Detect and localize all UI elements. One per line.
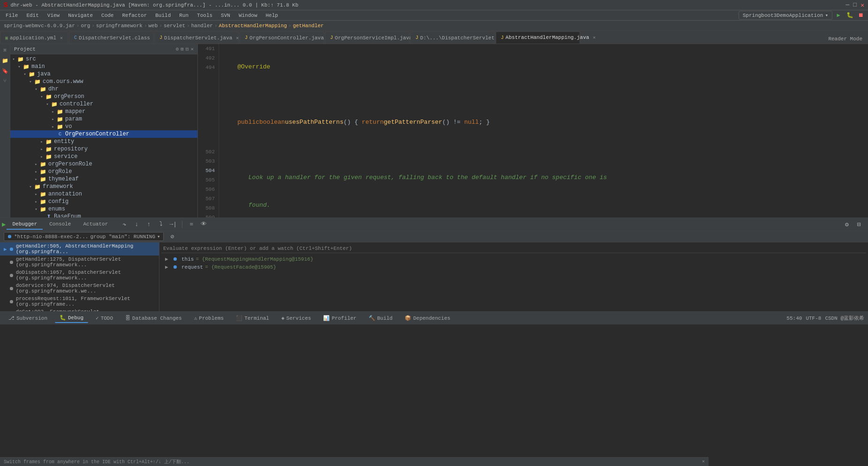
tree-item-controller[interactable]: ▾📁controller [10,100,197,108]
tree-item-repository[interactable]: ▸📁repository [10,145,197,153]
stack-frame-3[interactable]: ▶ ⏺ doService:974, DispatcherServlet (or… [0,282,159,295]
tab-org-person-controller[interactable]: J OrgPersonController.java ✕ [240,31,324,44]
filter-threads-btn[interactable]: ⊘ [167,232,178,241]
debug-watch[interactable]: 👁 [198,220,209,229]
tree-item-framework[interactable]: ▾📁framework [10,183,197,190]
debug-tab-actuator[interactable]: Actuator [77,219,113,230]
run-config[interactable]: Springboot3DemoApplication ▾ [739,11,832,20]
tree-item-entity[interactable]: ▸📁entity [10,138,197,145]
debug-step-into[interactable]: ↓ [131,220,142,229]
bottom-tab-dependencies[interactable]: 📦 Dependencies [400,314,455,323]
project-icon[interactable]: 📁 [1,56,9,65]
tree-item-OrgPersonController[interactable]: COrgPersonController [10,130,197,138]
tab-abstract-handler-mapping[interactable]: J AbstractHandlerMapping.java ✕ [496,31,580,44]
debug-run-icon[interactable]: ▶ [2,220,6,228]
stack-frame-2[interactable]: ▶ ⏺ doDispatch:1057, DispatcherServlet (… [0,269,159,282]
sidebar-settings-icon[interactable]: ⚙ [176,46,179,52]
bottom-tab-terminal[interactable]: ⬛ Terminal [231,314,274,323]
breadcrumb-org[interactable]: org [81,23,90,29]
stack-frame-5[interactable]: ▶ ⏺ doGet:903, FrameworkServlet (org.spr… [0,308,159,311]
tree-item-param[interactable]: ▸📁param [10,115,197,123]
breadcrumb-spring[interactable]: spring-webmvc-6.0.9.jar [4,23,75,29]
tree-item-com.ours.www[interactable]: ▾📁com.ours.www [10,78,197,85]
menu-run[interactable]: Run [175,12,192,19]
thread-indicator[interactable]: ⏺ *http-nio-8888-exec-2... group "main":… [4,232,164,241]
git-icon[interactable]: ⑂ [1,77,9,85]
tree-item-enums[interactable]: ▾📁enums [10,205,197,213]
bottom-tab-subversion[interactable]: ⎇ Subversion [4,314,52,323]
tree-item-vo[interactable]: ▸📁vo [10,123,197,130]
menu-refactor[interactable]: Refactor [118,12,151,19]
breadcrumb-springframework[interactable]: springframework [96,23,143,29]
tree-item-java[interactable]: ▾📁java [10,70,197,78]
menu-help[interactable]: Help [262,12,282,19]
tree-item-orgRole[interactable]: ▸📁orgRole [10,168,197,175]
debug-step-into2[interactable]: ⤵ [156,220,166,229]
menu-window[interactable]: Window [235,12,261,19]
tree-item-main[interactable]: ▾📁main [10,63,197,70]
debug-tab-console[interactable]: Console [44,219,76,230]
stop-run-btn[interactable]: ⏹ [856,10,866,21]
debug-layout-icon[interactable]: ⊟ [854,220,864,229]
debug-run-btn[interactable]: 🐛 [845,10,855,21]
tree-item-orgPersonRole[interactable]: ▸📁orgPersonRole [10,160,197,168]
menu-tools[interactable]: Tools [193,12,216,19]
tab-org-person-service[interactable]: J OrgPersonServiceImpl.java ✕ [325,31,409,44]
menu-edit[interactable]: Edit [23,12,42,19]
breadcrumb-handler[interactable]: handler [191,23,213,29]
stack-frame-4[interactable]: ▶ ⏺ processRequest:1011, FrameworkServle… [0,295,159,308]
bottom-tab-todo[interactable]: ✓ TODO [91,314,118,323]
sidebar-collapse-icon[interactable]: ⊟ [186,46,189,52]
stack-frame-0[interactable]: ▶ ⏺ getHandler:505, AbstractHandlerMappi… [0,242,159,256]
breadcrumb-servlet[interactable]: servlet [164,23,185,29]
menu-view[interactable]: View [44,12,63,19]
tree-item-mapper[interactable]: ▸📁mapper [10,108,197,115]
sidebar-close-icon[interactable]: ✕ [190,46,194,52]
debug-step-over[interactable]: ↷ [119,220,129,229]
tree-item-annotation[interactable]: ▸📁annotation [10,190,197,198]
debug-tab-debugger[interactable]: Debugger [7,219,43,230]
menu-svn[interactable]: SVN [217,12,234,19]
tab-dispatcher-servlet-java2[interactable]: J D:\...\DispatcherServlet.java ✕ [410,31,495,44]
tab-close-ahm[interactable]: ✕ [593,35,596,40]
code-editor[interactable]: 491 492 494 502 503 504 505 506 507 508 … [198,44,868,218]
menu-file[interactable]: File [2,12,22,19]
breadcrumb-web[interactable]: web [149,23,158,29]
debug-run-to-cursor[interactable]: →| [168,220,178,229]
tab-close-yml[interactable]: ✕ [60,35,63,41]
debug-settings-icon[interactable]: ⚙ [842,220,852,229]
bottom-tab-services[interactable]: ◈ Services [277,314,316,323]
tab-dispatcher-servlet-java[interactable]: J DispatcherServlet.java ✕ [154,31,239,44]
tab-application-yml[interactable]: ▣ application.yml ✕ [0,31,68,44]
menu-code[interactable]: Code [98,12,117,19]
tab-dispatcher-servlet-class[interactable]: C DispatcherServlet.class ✕ [69,31,153,44]
menu-build[interactable]: Build [151,12,174,19]
tree-item-dhr[interactable]: ▾📁dhr [10,85,197,93]
structure-icon[interactable]: ⌘ [1,46,9,54]
bottom-tab-profiler[interactable]: 📊 Profiler [318,314,361,323]
tree-item-BaseEnum[interactable]: IBaseEnum [10,213,197,218]
close-btn[interactable]: ✕ [860,1,864,9]
bottom-tab-database[interactable]: 🗄 Database Changes [121,314,187,323]
bottom-tab-debug[interactable]: 🐛 Debug [55,313,88,323]
var-request[interactable]: ▶ ⏺ request = {RequestFacade@15905} [161,263,866,271]
tree-item-thymeleaf[interactable]: ▸📁thymeleaf [10,175,197,183]
minimize-btn[interactable]: ─ [846,1,850,8]
stack-frame-1[interactable]: ▶ ⏺ getHandler:1275, DispatcherServlet (… [0,256,159,269]
tab-close-dsjava[interactable]: ✕ [236,35,239,41]
breadcrumb-method[interactable]: getHandler [293,23,324,29]
bookmark-icon[interactable]: 🔖 [1,67,9,75]
tree-item-src[interactable]: ▾📁src [10,55,197,63]
run-btn[interactable]: ▶ [833,10,844,21]
reader-mode-btn[interactable]: Reader Mode [823,34,868,44]
maximize-btn[interactable]: □ [853,1,857,8]
menu-navigate[interactable]: Navigate [64,12,97,19]
debug-evaluate[interactable]: = [186,220,196,229]
sidebar-expand-icon[interactable]: ⊞ [181,46,184,52]
debug-step-out[interactable]: ↑ [143,220,154,229]
tree-item-orgPerson[interactable]: ▾📁orgPerson [10,93,197,100]
bottom-tab-problems[interactable]: ⚠ Problems [189,314,228,323]
bottom-tab-build[interactable]: 🔨 Build [364,314,397,323]
tree-item-config[interactable]: ▸📁config [10,198,197,205]
var-this[interactable]: ▶ ⏺ this = {RequestMappingHandlerMapping… [161,255,866,263]
